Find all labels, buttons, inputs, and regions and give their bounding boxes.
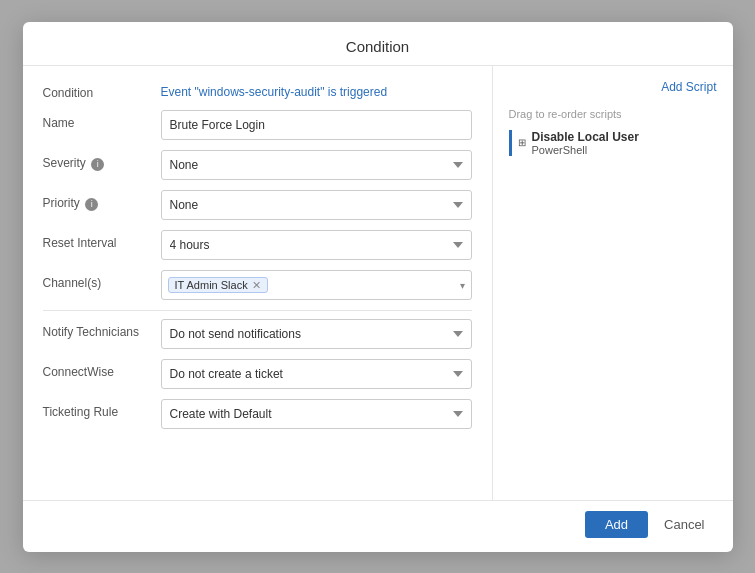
name-input[interactable] <box>161 110 472 140</box>
connectwise-label: ConnectWise <box>43 359 153 379</box>
priority-label: Priority i <box>43 190 153 210</box>
notify-label: Notify Technicians <box>43 319 153 339</box>
priority-select[interactable]: None Low Medium High Urgent <box>161 190 472 220</box>
script-type: PowerShell <box>532 144 639 156</box>
script-name: Disable Local User <box>532 130 639 144</box>
channel-tag-label: IT Admin Slack <box>175 279 248 291</box>
severity-select[interactable]: None Low Medium High Critical <box>161 150 472 180</box>
channel-tag-remove[interactable]: ✕ <box>252 280 261 291</box>
modal-body: Condition Event "windows-security-audit"… <box>23 66 733 500</box>
reset-interval-select[interactable]: 1 hour 2 hours 4 hours 8 hours 24 hours <box>161 230 472 260</box>
modal-container: Condition Condition Event "windows-secur… <box>23 22 733 552</box>
priority-info-icon: i <box>85 198 98 211</box>
name-row: Name <box>43 110 472 140</box>
severity-row: Severity i None Low Medium High Critical <box>43 150 472 180</box>
reset-interval-row: Reset Interval 1 hour 2 hours 4 hours 8 … <box>43 230 472 260</box>
modal-title: Condition <box>346 38 409 55</box>
condition-label: Condition <box>43 80 153 100</box>
notify-row: Notify Technicians Do not send notificat… <box>43 319 472 349</box>
notify-select[interactable]: Do not send notifications All Technician… <box>161 319 472 349</box>
modal-header: Condition <box>23 22 733 66</box>
channels-label: Channel(s) <box>43 270 153 290</box>
severity-label: Severity i <box>43 150 153 170</box>
script-details: Disable Local User PowerShell <box>532 130 639 156</box>
cancel-button[interactable]: Cancel <box>656 511 712 538</box>
reset-interval-label: Reset Interval <box>43 230 153 250</box>
modal-overlay: Condition Condition Event "windows-secur… <box>0 0 755 573</box>
add-script-button[interactable]: Add Script <box>661 80 716 94</box>
channels-dropdown-arrow[interactable]: ▾ <box>460 280 465 291</box>
add-button[interactable]: Add <box>585 511 648 538</box>
name-label: Name <box>43 110 153 130</box>
connectwise-select[interactable]: Do not create a ticket Create a ticket <box>161 359 472 389</box>
connectwise-row: ConnectWise Do not create a ticket Creat… <box>43 359 472 389</box>
channels-input[interactable]: IT Admin Slack ✕ ▾ <box>161 270 472 300</box>
condition-row: Condition Event "windows-security-audit"… <box>43 80 472 101</box>
ticketing-row: Ticketing Rule Create with Default Custo… <box>43 399 472 429</box>
channels-row: Channel(s) IT Admin Slack ✕ ▾ <box>43 270 472 300</box>
script-item: ⊞ Disable Local User PowerShell <box>509 130 717 156</box>
ticketing-select[interactable]: Create with Default Custom Rule <box>161 399 472 429</box>
script-icon: ⊞ <box>518 137 526 148</box>
channel-tag: IT Admin Slack ✕ <box>168 277 268 293</box>
divider <box>43 310 472 311</box>
drag-label: Drag to re-order scripts <box>509 108 717 120</box>
condition-value: Event "windows-security-audit" is trigge… <box>161 80 472 101</box>
left-panel: Condition Event "windows-security-audit"… <box>23 66 493 500</box>
right-panel: Add Script Drag to re-order scripts ⊞ Di… <box>493 66 733 500</box>
modal-footer: Add Cancel <box>23 500 733 552</box>
severity-info-icon: i <box>91 158 104 171</box>
ticketing-label: Ticketing Rule <box>43 399 153 419</box>
priority-row: Priority i None Low Medium High Urgent <box>43 190 472 220</box>
